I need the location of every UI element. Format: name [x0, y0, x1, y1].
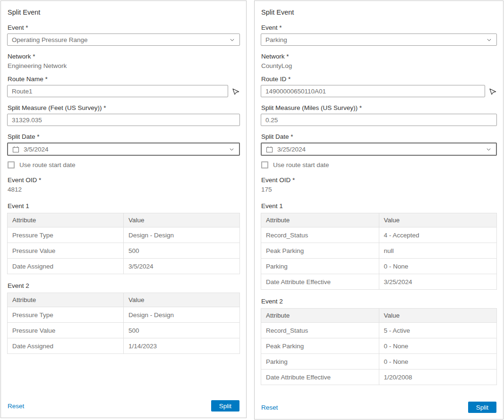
table-row: Peak Parking null — [261, 243, 497, 259]
value-cell: 5 - Active — [379, 323, 497, 338]
attribute-cell: Peak Parking — [261, 338, 379, 354]
measure-label: Split Measure (Miles (US Survey)) * — [261, 104, 497, 111]
attribute-cell: Parking — [261, 259, 379, 274]
table-row: Pressure Value 500 — [8, 243, 240, 259]
table-header-row: Attribute Value — [261, 309, 497, 323]
table-row: Record_Status 4 - Accepted — [261, 227, 497, 243]
attribute-cell: Peak Parking — [261, 243, 379, 259]
route-row — [7, 85, 240, 97]
attribute-cell: Pressure Type — [8, 227, 124, 243]
table-row: Parking 0 - None — [261, 259, 497, 274]
value-cell: null — [379, 243, 497, 259]
date-label: Split Date * — [261, 133, 497, 140]
event-oid-label: Event OID * — [261, 176, 497, 184]
attribute-cell: Parking — [261, 354, 379, 370]
date-picker[interactable]: 3/25/2024 — [261, 143, 497, 156]
value-header: Value — [124, 213, 240, 227]
attribute-cell: Record_Status — [261, 323, 379, 338]
attribute-cell: Pressure Type — [8, 307, 124, 323]
event-label: Event * — [261, 24, 497, 31]
network-value: CountyLog — [261, 62, 497, 69]
event-1-table: Attribute Value Record_Status 4 - Accept… — [261, 213, 497, 290]
reset-button[interactable]: Reset — [8, 403, 24, 410]
pointer-pick-icon[interactable] — [232, 87, 240, 95]
checkbox-label: Use route start date — [19, 161, 76, 168]
attribute-cell: Record_Status — [261, 227, 379, 243]
route-row — [261, 85, 497, 97]
attribute-cell: Date Assigned — [8, 259, 124, 274]
chevron-down-icon — [229, 37, 235, 43]
table-row: Pressure Type Design - Design — [8, 227, 240, 243]
table-row: Pressure Value 500 — [8, 323, 240, 338]
event-oid-value: 175 — [261, 186, 497, 193]
split-event-panel-right: Split Event Event * Parking Network * Co… — [254, 0, 504, 420]
table-row: Pressure Type Design - Design — [8, 307, 240, 323]
use-route-start-date-row: Use route start date — [261, 161, 497, 168]
event-select-value: Parking — [265, 36, 287, 43]
date-value: 3/25/2024 — [277, 146, 306, 153]
value-cell: Design - Design — [124, 307, 240, 323]
panel-footer: Reset Split — [261, 402, 497, 413]
attribute-header: Attribute — [261, 213, 379, 227]
attribute-cell: Date Attribute Effective — [261, 274, 379, 290]
use-route-start-date-checkbox[interactable] — [261, 161, 268, 168]
calendar-icon — [12, 146, 19, 153]
split-button[interactable]: Split — [468, 402, 496, 413]
panel-title: Split Event — [8, 8, 240, 16]
value-cell: 0 - None — [379, 259, 497, 274]
attribute-header: Attribute — [261, 309, 379, 323]
table-header-row: Attribute Value — [8, 293, 240, 307]
event-2-title: Event 2 — [261, 298, 497, 305]
table-row: Date Assigned 3/5/2024 — [8, 259, 240, 274]
reset-button[interactable]: Reset — [261, 404, 278, 411]
event-1-title: Event 1 — [8, 202, 240, 210]
table-header-row: Attribute Value — [8, 213, 240, 227]
panel-footer: Reset Split — [7, 400, 240, 412]
measure-input[interactable] — [7, 114, 240, 126]
chevron-down-icon — [229, 146, 235, 152]
event-1-table: Attribute Value Pressure Type Design - D… — [7, 213, 240, 274]
route-input[interactable] — [7, 85, 228, 97]
panel-title: Split Event — [261, 8, 497, 16]
attribute-cell: Date Assigned — [8, 338, 124, 354]
value-cell: 0 - None — [379, 338, 497, 354]
route-input[interactable] — [261, 85, 485, 97]
event-2-table: Attribute Value Record_Status 5 - Active… — [261, 308, 497, 385]
event-select[interactable]: Parking — [261, 34, 497, 46]
date-picker[interactable]: 3/5/2024 — [7, 143, 240, 156]
event-select[interactable]: Operating Pressure Range — [7, 34, 240, 46]
route-label: Route ID * — [261, 76, 497, 83]
value-cell: 500 — [124, 243, 240, 259]
value-header: Value — [124, 293, 240, 307]
value-header: Value — [379, 213, 497, 227]
date-label: Split Date * — [8, 133, 240, 140]
split-button[interactable]: Split — [211, 400, 239, 412]
table-row: Date Attribute Effective 3/25/2024 — [261, 274, 497, 290]
table-row: Parking 0 - None — [261, 354, 497, 370]
event-1-title: Event 1 — [261, 202, 497, 210]
event-label: Event * — [8, 24, 240, 31]
attribute-cell: Pressure Value — [8, 243, 124, 259]
chevron-down-icon — [486, 146, 492, 152]
table-row: Record_Status 5 - Active — [261, 323, 497, 338]
attribute-header: Attribute — [8, 293, 124, 307]
route-label: Route Name * — [8, 76, 240, 83]
measure-label: Split Measure (Feet (US Survey)) * — [8, 104, 240, 111]
use-route-start-date-checkbox[interactable] — [8, 161, 15, 168]
pointer-pick-icon[interactable] — [489, 87, 497, 95]
network-value: Engineering Network — [8, 62, 240, 69]
value-cell: 3/25/2024 — [379, 274, 497, 290]
table-row: Date Attribute Effective 1/20/2008 — [261, 370, 497, 385]
value-cell: 1/14/2023 — [124, 338, 240, 354]
value-cell: 4 - Accepted — [379, 227, 497, 243]
checkbox-label: Use route start date — [273, 161, 329, 168]
measure-input[interactable] — [261, 114, 497, 126]
value-cell: 1/20/2008 — [379, 370, 497, 385]
chevron-down-icon — [486, 37, 492, 43]
event-oid-label: Event OID * — [8, 176, 240, 184]
value-cell: 0 - None — [379, 354, 497, 370]
table-row: Date Assigned 1/14/2023 — [8, 338, 240, 354]
network-label: Network * — [261, 53, 497, 60]
value-cell: 3/5/2024 — [124, 259, 240, 274]
event-2-table: Attribute Value Pressure Type Design - D… — [7, 293, 240, 354]
